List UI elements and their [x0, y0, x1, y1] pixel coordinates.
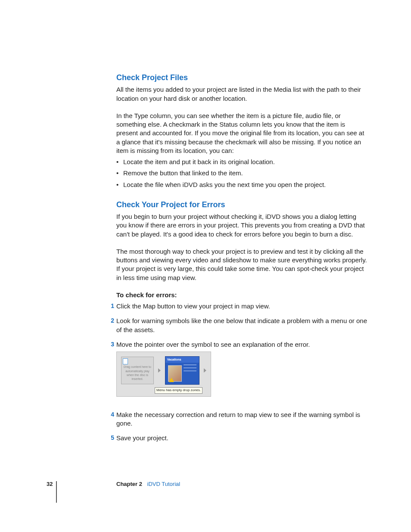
menu-lines — [184, 364, 196, 373]
step-text: Move the pointer over the symbol to see … — [116, 341, 310, 348]
footer-rule — [56, 481, 57, 503]
heading-check-errors: Check Your Project for Errors — [116, 199, 368, 210]
menu-tile-title: Vacations — [165, 357, 199, 362]
paragraph: If you begin to burn your project withou… — [116, 212, 368, 239]
step-number: 4 — [109, 411, 114, 419]
map-view-screenshot: Drag content here to automatically play … — [116, 352, 211, 397]
step-item: 1Click the Map button to view your proje… — [116, 302, 368, 311]
arrow-icon — [204, 368, 206, 373]
chapter-title: iDVD Tutorial — [147, 481, 181, 487]
step-number: 1 — [109, 302, 114, 310]
subheading: To check for errors: — [116, 291, 368, 299]
step-text: Save your project. — [116, 434, 168, 442]
bullet-list: Locate the item and put it back in its o… — [116, 158, 368, 189]
chapter-line: Chapter 2 iDVD Tutorial — [116, 480, 180, 488]
document-icon — [123, 358, 128, 364]
step-item: 2Look for warning symbols like the one b… — [116, 317, 368, 334]
step-item: 3Move the pointer over the symbol to see… — [116, 340, 368, 404]
bullet-item: Locate the file when iDVD asks you the n… — [116, 180, 368, 189]
screenshot-inner: Drag content here to automatically play … — [121, 356, 206, 385]
warning-tooltip: Menu has empty drop zones. — [155, 387, 202, 394]
autoplay-drop-box: Drag content here to automatically play … — [121, 357, 154, 384]
bullet-item: Locate the item and put it back in its o… — [116, 158, 368, 166]
paragraph: The most thorough way to check your proj… — [116, 247, 368, 282]
page-number: 32 — [47, 480, 53, 488]
paragraph: All the items you added to your project … — [116, 85, 368, 103]
step-item: 5Save your project. — [116, 434, 368, 442]
heading-check-project-files: Check Project Files — [116, 72, 368, 83]
paragraph: In the Type column, you can see whether … — [116, 112, 368, 155]
step-text: Look for warning symbols like the one be… — [116, 317, 367, 333]
numbered-steps: 1Click the Map button to view your proje… — [116, 302, 368, 443]
step-item: 4Make the necessary correction and retur… — [116, 411, 368, 428]
warning-triangle-icon — [169, 378, 174, 382]
step-number: 2 — [109, 317, 114, 325]
drop-box-text: Drag content here to automatically play … — [122, 365, 153, 381]
step-number: 5 — [109, 434, 114, 442]
arrow-icon — [158, 368, 161, 373]
menu-tile: Vacations — [165, 356, 199, 385]
step-text: Make the necessary correction and return… — [116, 411, 360, 427]
chapter-label: Chapter 2 — [116, 481, 142, 487]
bullet-item: Remove the button that linked to the ite… — [116, 169, 368, 177]
step-text: Click the Map button to view your projec… — [116, 302, 270, 310]
page-content: Check Project Files All the items you ad… — [0, 0, 411, 443]
step-number: 3 — [109, 340, 114, 348]
